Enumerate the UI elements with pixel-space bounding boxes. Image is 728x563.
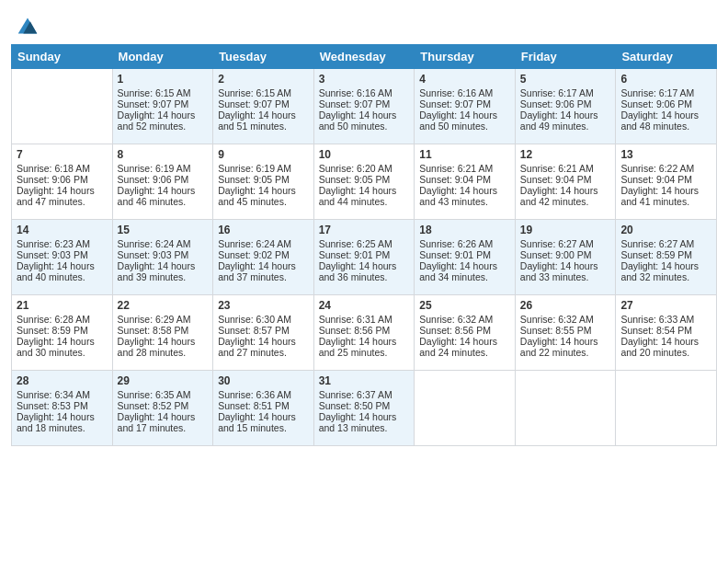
logo-icon xyxy=(15,13,40,39)
cell-info-line: Sunrise: 6:24 AM xyxy=(218,238,309,249)
day-number: 16 xyxy=(218,224,309,236)
cell-info-line: Sunset: 9:05 PM xyxy=(218,174,309,185)
cell-info-line: Sunset: 8:50 PM xyxy=(319,400,410,411)
cell-info-line: and 20 minutes. xyxy=(620,347,711,358)
week-row-3: 14Sunrise: 6:23 AMSunset: 9:03 PMDayligh… xyxy=(12,220,717,295)
cell-info-line: Daylight: 14 hours xyxy=(520,260,611,271)
calendar-cell: 3Sunrise: 6:16 AMSunset: 9:07 PMDaylight… xyxy=(313,69,415,144)
cell-info-line: Daylight: 14 hours xyxy=(118,336,209,347)
cell-info-line: and 15 minutes. xyxy=(218,422,309,433)
cell-info-line: Sunset: 9:04 PM xyxy=(419,174,510,185)
calendar-cell: 10Sunrise: 6:20 AMSunset: 9:05 PMDayligh… xyxy=(313,144,415,220)
cell-info-line: Sunset: 9:06 PM xyxy=(118,174,209,185)
cell-info-line: and 34 minutes. xyxy=(419,271,510,282)
cell-info-line: and 43 minutes. xyxy=(419,196,510,207)
cell-info-line: Daylight: 14 hours xyxy=(419,185,510,196)
cell-info-line: Sunset: 9:03 PM xyxy=(118,249,209,260)
cell-info-line: Daylight: 14 hours xyxy=(319,336,410,347)
cell-info-line: Sunrise: 6:28 AM xyxy=(17,314,108,325)
cell-info-line: Daylight: 14 hours xyxy=(419,260,510,271)
cell-info-line: and 46 minutes. xyxy=(118,196,209,207)
cell-info-line: and 49 minutes. xyxy=(520,121,611,132)
calendar-cell: 15Sunrise: 6:24 AMSunset: 9:03 PMDayligh… xyxy=(112,220,213,295)
cell-info-line: Sunset: 8:56 PM xyxy=(319,325,410,336)
calendar-cell: 21Sunrise: 6:28 AMSunset: 8:59 PMDayligh… xyxy=(12,295,113,371)
cell-info-line: Sunrise: 6:20 AM xyxy=(319,163,410,174)
cell-info-line: Sunset: 8:51 PM xyxy=(218,400,309,411)
header xyxy=(11,9,717,39)
day-number: 31 xyxy=(319,374,410,387)
day-number: 27 xyxy=(620,299,711,312)
cell-info-line: and 32 minutes. xyxy=(620,271,711,282)
cell-info-line: Sunrise: 6:16 AM xyxy=(419,87,510,98)
calendar-cell xyxy=(415,371,516,446)
day-number: 1 xyxy=(118,73,209,86)
cell-info-line: Sunset: 9:03 PM xyxy=(17,249,108,260)
cell-info-line: Sunset: 9:01 PM xyxy=(319,249,410,260)
calendar-cell: 23Sunrise: 6:30 AMSunset: 8:57 PMDayligh… xyxy=(213,295,314,371)
day-number: 8 xyxy=(118,148,209,161)
cell-info-line: Sunset: 8:53 PM xyxy=(17,400,108,411)
day-number: 21 xyxy=(17,299,108,312)
cell-info-line: Sunrise: 6:21 AM xyxy=(419,163,510,174)
cell-info-line: Daylight: 14 hours xyxy=(17,260,108,271)
cell-info-line: Daylight: 14 hours xyxy=(319,185,410,196)
cell-info-line: and 24 minutes. xyxy=(419,347,510,358)
cell-info-line: Daylight: 14 hours xyxy=(218,185,309,196)
calendar-cell: 5Sunrise: 6:17 AMSunset: 9:06 PMDaylight… xyxy=(515,69,616,144)
calendar-cell: 17Sunrise: 6:25 AMSunset: 9:01 PMDayligh… xyxy=(313,220,415,295)
calendar-cell: 11Sunrise: 6:21 AMSunset: 9:04 PMDayligh… xyxy=(415,144,516,220)
cell-info-line: Sunrise: 6:17 AM xyxy=(620,87,711,98)
cell-info-line: Sunrise: 6:36 AM xyxy=(218,389,309,400)
logo xyxy=(11,13,40,39)
cell-info-line: and 47 minutes. xyxy=(17,196,108,207)
cell-info-line: Sunset: 9:07 PM xyxy=(419,98,510,109)
cell-info-line: Sunrise: 6:31 AM xyxy=(319,314,410,325)
calendar-cell: 7Sunrise: 6:18 AMSunset: 9:06 PMDaylight… xyxy=(12,144,113,220)
cell-info-line: and 45 minutes. xyxy=(218,196,309,207)
week-row-2: 7Sunrise: 6:18 AMSunset: 9:06 PMDaylight… xyxy=(12,144,717,220)
day-number: 26 xyxy=(520,299,611,312)
cell-info-line: and 28 minutes. xyxy=(118,347,209,358)
calendar-cell: 24Sunrise: 6:31 AMSunset: 8:56 PMDayligh… xyxy=(313,295,415,371)
cell-info-line: and 51 minutes. xyxy=(218,121,309,132)
day-number: 7 xyxy=(17,148,108,161)
cell-info-line: Sunset: 9:06 PM xyxy=(520,98,611,109)
cell-info-line: Sunset: 9:06 PM xyxy=(17,174,108,185)
cell-info-line: Daylight: 14 hours xyxy=(620,185,711,196)
cell-info-line: Sunset: 9:07 PM xyxy=(118,98,209,109)
cell-info-line: and 30 minutes. xyxy=(17,347,108,358)
cell-info-line: Daylight: 14 hours xyxy=(520,336,611,347)
week-row-1: 1Sunrise: 6:15 AMSunset: 9:07 PMDaylight… xyxy=(12,69,717,144)
day-number: 11 xyxy=(419,148,510,161)
day-number: 10 xyxy=(319,148,410,161)
column-header-saturday: Saturday xyxy=(616,45,717,69)
cell-info-line: Daylight: 14 hours xyxy=(319,411,410,422)
column-header-sunday: Sunday xyxy=(12,45,113,69)
calendar-cell: 27Sunrise: 6:33 AMSunset: 8:54 PMDayligh… xyxy=(616,295,717,371)
calendar-cell: 19Sunrise: 6:27 AMSunset: 9:00 PMDayligh… xyxy=(515,220,616,295)
day-number: 17 xyxy=(319,224,410,236)
cell-info-line: and 33 minutes. xyxy=(520,271,611,282)
day-number: 22 xyxy=(118,299,209,312)
cell-info-line: Sunrise: 6:32 AM xyxy=(419,314,510,325)
calendar-cell: 6Sunrise: 6:17 AMSunset: 9:06 PMDaylight… xyxy=(616,69,717,144)
calendar-cell: 12Sunrise: 6:21 AMSunset: 9:04 PMDayligh… xyxy=(515,144,616,220)
calendar-cell: 9Sunrise: 6:19 AMSunset: 9:05 PMDaylight… xyxy=(213,144,314,220)
calendar-cell: 25Sunrise: 6:32 AMSunset: 8:56 PMDayligh… xyxy=(415,295,516,371)
calendar-cell: 8Sunrise: 6:19 AMSunset: 9:06 PMDaylight… xyxy=(112,144,213,220)
cell-info-line: Daylight: 14 hours xyxy=(419,336,510,347)
day-number: 19 xyxy=(520,224,611,236)
calendar-table: SundayMondayTuesdayWednesdayThursdayFrid… xyxy=(11,44,717,446)
cell-info-line: Daylight: 14 hours xyxy=(218,336,309,347)
calendar-cell: 13Sunrise: 6:22 AMSunset: 9:04 PMDayligh… xyxy=(616,144,717,220)
calendar-cell xyxy=(515,371,616,446)
day-number: 3 xyxy=(319,73,410,86)
calendar-cell: 16Sunrise: 6:24 AMSunset: 9:02 PMDayligh… xyxy=(213,220,314,295)
calendar-cell: 28Sunrise: 6:34 AMSunset: 8:53 PMDayligh… xyxy=(12,371,113,446)
week-row-5: 28Sunrise: 6:34 AMSunset: 8:53 PMDayligh… xyxy=(12,371,717,446)
cell-info-line: Sunset: 9:07 PM xyxy=(218,98,309,109)
day-number: 2 xyxy=(218,73,309,86)
cell-info-line: Sunrise: 6:27 AM xyxy=(520,238,611,249)
calendar-cell: 30Sunrise: 6:36 AMSunset: 8:51 PMDayligh… xyxy=(213,371,314,446)
